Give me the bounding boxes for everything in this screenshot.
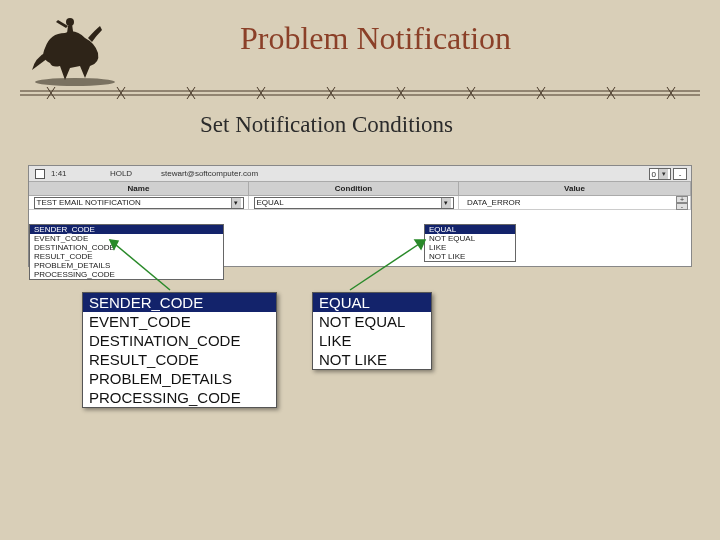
cell-condition[interactable]: EQUAL ▾	[249, 196, 459, 209]
page-subtitle: Set Notification Conditions	[200, 112, 453, 138]
dash-button[interactable]: -	[673, 168, 687, 180]
cond-dropdown-option[interactable]: NOT EQUAL	[425, 234, 515, 243]
cell-value[interactable]: DATA_ERROR + -	[459, 196, 691, 209]
name-dropdown-closeup: SENDER_CODE EVENT_CODE DESTINATION_CODE …	[82, 292, 277, 408]
cell-name[interactable]: TEST EMAIL NOTIFICATION ▾	[29, 196, 249, 209]
page-title: Problem Notification	[240, 20, 511, 57]
svg-marker-25	[110, 240, 118, 249]
cell-condition-value: EQUAL	[257, 198, 284, 207]
panel-header: Name Condition Value	[29, 182, 691, 196]
closeup-option[interactable]: NOT LIKE	[313, 350, 431, 369]
right-select-value: 0	[652, 170, 656, 179]
row-checkbox[interactable]	[35, 169, 45, 179]
name-dropdown-selected[interactable]: SENDER_CODE	[30, 225, 223, 234]
chevron-down-icon: ▾	[231, 198, 241, 208]
closeup-option[interactable]: NOT EQUAL	[313, 312, 431, 331]
cell-name-value: TEST EMAIL NOTIFICATION	[37, 198, 141, 207]
cell-value-text: DATA_ERROR	[467, 198, 521, 207]
chevron-down-icon: ▾	[441, 198, 451, 208]
svg-line-26	[350, 240, 425, 290]
row-status: HOLD	[81, 169, 161, 178]
closeup-option[interactable]: PROBLEM_DETAILS	[83, 369, 276, 388]
closeup-option[interactable]: RESULT_CODE	[83, 350, 276, 369]
closeup-selected[interactable]: SENDER_CODE	[83, 293, 276, 312]
cond-dropdown-option[interactable]: LIKE	[425, 243, 515, 252]
svg-point-1	[35, 78, 115, 86]
remove-row-button[interactable]: -	[676, 203, 688, 210]
chevron-down-icon: ▾	[658, 169, 668, 179]
condition-row: TEST EMAIL NOTIFICATION ▾ EQUAL ▾ DATA_E…	[29, 196, 691, 210]
arrow-icon	[335, 235, 435, 295]
svg-point-0	[66, 18, 74, 26]
cond-dropdown-selected[interactable]: EQUAL	[425, 225, 515, 234]
add-row-button[interactable]: +	[676, 196, 688, 203]
condition-dropdown-closeup: EQUAL NOT EQUAL LIKE NOT LIKE	[312, 292, 432, 370]
cowboy-logo-icon	[20, 8, 140, 88]
svg-line-24	[110, 240, 170, 290]
cond-dropdown-option[interactable]: NOT LIKE	[425, 252, 515, 261]
condition-dropdown[interactable]: EQUAL NOT EQUAL LIKE NOT LIKE	[424, 224, 516, 262]
col-name: Name	[29, 182, 249, 195]
row-id: 1:41	[51, 169, 81, 178]
closeup-selected[interactable]: EQUAL	[313, 293, 431, 312]
col-value: Value	[459, 182, 691, 195]
panel-topbar: 1:41 HOLD stewart@softcomputer.com 0 ▾ -	[29, 166, 691, 182]
right-select[interactable]: 0 ▾	[649, 168, 671, 180]
svg-marker-27	[415, 240, 425, 249]
closeup-option[interactable]: DESTINATION_CODE	[83, 331, 276, 350]
closeup-option[interactable]: PROCESSING_CODE	[83, 388, 276, 407]
barbed-wire-divider-icon	[20, 86, 700, 100]
col-condition: Condition	[249, 182, 459, 195]
row-email: stewart@softcomputer.com	[161, 169, 361, 178]
arrow-icon	[100, 235, 180, 295]
closeup-option[interactable]: EVENT_CODE	[83, 312, 276, 331]
closeup-option[interactable]: LIKE	[313, 331, 431, 350]
